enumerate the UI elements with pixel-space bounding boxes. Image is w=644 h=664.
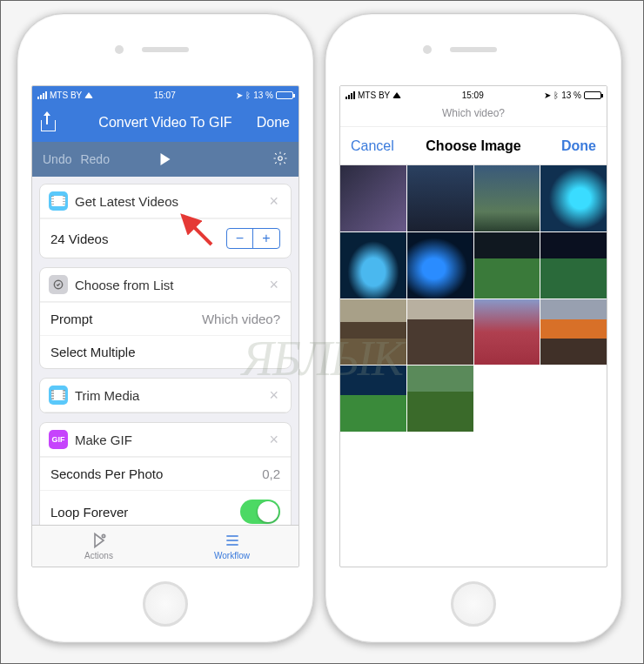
grid-thumb[interactable]: [474, 232, 540, 298]
action-title: Make GIF: [75, 433, 265, 447]
grid-thumb[interactable]: [407, 232, 473, 298]
grid-thumb[interactable]: [407, 366, 473, 432]
home-button[interactable]: [451, 581, 496, 627]
action-make-gif[interactable]: GIF Make GIF × Seconds Per Photo 0,2 Loo…: [39, 422, 292, 525]
home-button[interactable]: [143, 581, 188, 627]
toolbar: Undo Redo: [32, 142, 299, 177]
picker-subtitle: Which video?: [340, 104, 607, 127]
loop-forever-toggle[interactable]: [240, 500, 280, 524]
signal-icon: [37, 91, 47, 99]
bluetooth-icon: ᛒ: [553, 91, 559, 100]
phone-right: MTS BY 15:09 ➤ ᛒ 13 % Which video? Cance…: [325, 13, 622, 643]
gif-icon: GIF: [49, 430, 68, 449]
signal-icon: [345, 91, 355, 99]
svg-point-2: [102, 534, 104, 537]
list-icon: [49, 275, 68, 294]
action-title: Choose from List: [75, 278, 265, 292]
picker-nav: Cancel Choose Image Done: [340, 127, 607, 165]
action-title: Trim Media: [75, 388, 265, 403]
wifi-icon: [392, 92, 401, 98]
cancel-button[interactable]: Cancel: [351, 138, 394, 154]
remove-action-button[interactable]: ×: [265, 386, 282, 405]
prompt-label: Prompt: [50, 312, 92, 326]
grid-thumb[interactable]: [540, 232, 607, 298]
battery-icon: [584, 91, 601, 99]
nav-bar: Convert Video To GIF Done: [32, 104, 299, 142]
video-count-label: 24 Videos: [50, 231, 108, 246]
settings-button[interactable]: [272, 151, 288, 169]
grid-thumb[interactable]: [474, 165, 540, 231]
screen-workflow: MTS BY 15:07 ➤ ᛒ 13 % Convert Video To G…: [31, 85, 299, 567]
status-bar: MTS BY 15:07 ➤ ᛒ 13 %: [32, 86, 299, 104]
carrier-label: MTS BY: [50, 91, 82, 100]
share-button[interactable]: [41, 114, 55, 131]
bluetooth-icon: ᛒ: [245, 91, 251, 100]
stepper-minus-icon[interactable]: −: [227, 229, 253, 248]
count-stepper[interactable]: − +: [226, 228, 280, 249]
battery-percent: 13 %: [253, 91, 273, 100]
grid-thumb[interactable]: [340, 165, 406, 231]
grid-thumb[interactable]: [407, 299, 473, 366]
remove-action-button[interactable]: ×: [265, 276, 282, 294]
grid-thumb[interactable]: [340, 299, 406, 366]
done-button[interactable]: Done: [257, 115, 290, 131]
remove-action-button[interactable]: ×: [265, 431, 282, 449]
grid-thumb[interactable]: [340, 366, 406, 432]
grid-thumb[interactable]: [540, 165, 607, 231]
workflow-canvas[interactable]: Get Latest Videos × 24 Videos − +: [32, 177, 299, 525]
select-multiple-label: Select Multiple: [50, 345, 136, 359]
tab-bar: Actions Workflow: [32, 525, 299, 567]
location-icon: ➤: [544, 91, 551, 100]
tab-actions-label: Actions: [84, 551, 113, 560]
play-button[interactable]: [161, 153, 171, 165]
tab-workflow[interactable]: Workflow: [165, 526, 299, 567]
screen-picker: MTS BY 15:09 ➤ ᛒ 13 % Which video? Cance…: [339, 85, 607, 567]
phone-left: MTS BY 15:07 ➤ ᛒ 13 % Convert Video To G…: [17, 13, 314, 643]
prompt-value[interactable]: Which video?: [202, 312, 280, 326]
battery-icon: [276, 91, 293, 99]
remove-action-button[interactable]: ×: [265, 192, 282, 211]
status-time: 15:07: [154, 91, 176, 100]
tab-workflow-label: Workflow: [214, 551, 250, 560]
tab-actions[interactable]: Actions: [32, 526, 165, 567]
undo-button[interactable]: Undo: [43, 152, 71, 166]
grid-thumb[interactable]: [407, 165, 473, 231]
grid-empty: [474, 366, 540, 432]
redo-button[interactable]: Redo: [80, 152, 109, 166]
action-trim-media[interactable]: Trim Media ×: [39, 378, 292, 413]
battery-percent: 13 %: [561, 91, 581, 100]
location-icon: ➤: [236, 91, 243, 100]
seconds-per-photo-label: Seconds Per Photo: [50, 466, 163, 481]
status-time: 15:09: [462, 91, 484, 100]
grid-thumb[interactable]: [340, 232, 406, 298]
wifi-icon: [84, 92, 93, 98]
video-icon: [49, 191, 68, 211]
video-icon: [49, 386, 68, 405]
done-button[interactable]: Done: [561, 138, 596, 154]
seconds-per-photo-value[interactable]: 0,2: [262, 466, 280, 481]
image-grid[interactable]: [340, 165, 607, 432]
grid-thumb[interactable]: [540, 299, 607, 366]
status-bar: MTS BY 15:09 ➤ ᛒ 13 %: [340, 86, 607, 104]
action-title: Get Latest Videos: [75, 194, 265, 209]
action-choose-from-list[interactable]: Choose from List × Prompt Which video? S…: [39, 267, 292, 369]
action-get-latest-videos[interactable]: Get Latest Videos × 24 Videos − +: [39, 184, 292, 258]
grid-empty: [540, 366, 607, 432]
loop-forever-label: Loop Forever: [50, 505, 128, 520]
carrier-label: MTS BY: [358, 91, 390, 100]
stepper-plus-icon[interactable]: +: [253, 229, 279, 248]
grid-thumb[interactable]: [474, 299, 540, 366]
svg-point-0: [278, 156, 283, 160]
